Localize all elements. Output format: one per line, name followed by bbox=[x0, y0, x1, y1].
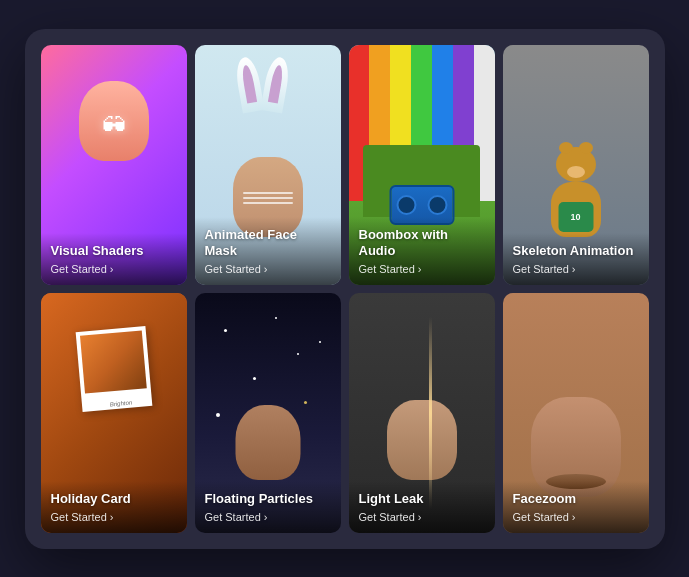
particle-1 bbox=[224, 329, 227, 332]
get-started-link[interactable]: Get Started › bbox=[205, 263, 331, 275]
bear-illustration: 10 bbox=[551, 147, 601, 237]
get-started-link[interactable]: Get Started › bbox=[513, 263, 639, 275]
polaroid-photo bbox=[79, 330, 146, 393]
leak-face bbox=[387, 400, 457, 480]
item-overlay: Animated Face Mask Get Started › bbox=[195, 217, 341, 284]
item-overlay: Holiday Card Get Started › bbox=[41, 481, 187, 533]
item-title: Boombox with Audio bbox=[359, 227, 485, 258]
get-started-link[interactable]: Get Started › bbox=[513, 511, 639, 523]
floating-particles-item[interactable]: Floating Particles Get Started › bbox=[195, 293, 341, 533]
get-started-link[interactable]: Get Started › bbox=[51, 511, 177, 523]
cta-text: Get Started bbox=[513, 263, 569, 275]
light-leak-item[interactable]: Light Leak Get Started › bbox=[349, 293, 495, 533]
holiday-card-item[interactable]: Brighton Holiday Card Get Started › bbox=[41, 293, 187, 533]
item-title: Holiday Card bbox=[51, 491, 177, 507]
facezoom-item[interactable]: Facezoom Get Started › bbox=[503, 293, 649, 533]
item-overlay: Boombox with Audio Get Started › bbox=[349, 217, 495, 284]
get-started-link[interactable]: Get Started › bbox=[205, 511, 331, 523]
item-overlay: Skeleton Animation Get Started › bbox=[503, 233, 649, 285]
item-title: Animated Face Mask bbox=[205, 227, 331, 258]
bunny-ear-inner-right bbox=[267, 64, 283, 103]
arrow-icon: › bbox=[418, 263, 422, 275]
face-lines bbox=[233, 189, 303, 207]
visual-shaders-item[interactable]: 🕶 Visual Shaders Get Started › bbox=[41, 45, 187, 285]
item-title: Light Leak bbox=[359, 491, 485, 507]
particle-6 bbox=[319, 341, 321, 343]
particles-face bbox=[235, 405, 300, 480]
bear-shirt: 10 bbox=[558, 202, 593, 232]
animated-face-mask-item[interactable]: Animated Face Mask Get Started › bbox=[195, 45, 341, 285]
cta-text: Get Started bbox=[205, 263, 261, 275]
item-overlay: Floating Particles Get Started › bbox=[195, 481, 341, 533]
particle-5 bbox=[216, 413, 220, 417]
item-title: Facezoom bbox=[513, 491, 639, 507]
polaroid-frame: Brighton bbox=[75, 326, 152, 412]
cta-text: Get Started bbox=[359, 511, 415, 523]
particle-2 bbox=[297, 353, 299, 355]
item-title: Visual Shaders bbox=[51, 243, 177, 259]
arrow-icon: › bbox=[572, 511, 576, 523]
arrow-icon: › bbox=[264, 263, 268, 275]
boombox-audio-item[interactable]: Boombox with Audio Get Started › bbox=[349, 45, 495, 285]
bear-head bbox=[556, 147, 596, 182]
skeleton-animation-item[interactable]: 10 Skeleton Animation Get Started › bbox=[503, 45, 649, 285]
cta-text: Get Started bbox=[359, 263, 415, 275]
item-overlay: Light Leak Get Started › bbox=[349, 481, 495, 533]
bear-body: 10 bbox=[551, 182, 601, 237]
arrow-icon: › bbox=[110, 263, 114, 275]
particle-4 bbox=[275, 317, 277, 319]
arrow-icon: › bbox=[418, 511, 422, 523]
get-started-link[interactable]: Get Started › bbox=[51, 263, 177, 275]
item-title: Floating Particles bbox=[205, 491, 331, 507]
bear-snout bbox=[567, 166, 585, 178]
arrow-icon: › bbox=[572, 263, 576, 275]
arrow-icon: › bbox=[264, 511, 268, 523]
bear-number: 10 bbox=[570, 212, 580, 222]
item-overlay: Visual Shaders Get Started › bbox=[41, 233, 187, 285]
get-started-link[interactable]: Get Started › bbox=[359, 263, 485, 275]
gallery-card: 🕶 Visual Shaders Get Started › bbox=[25, 29, 665, 549]
bear-ear-left bbox=[559, 142, 573, 154]
cta-text: Get Started bbox=[205, 511, 261, 523]
bunny-ear-inner bbox=[241, 64, 257, 103]
item-overlay: Facezoom Get Started › bbox=[503, 481, 649, 533]
particle-3 bbox=[253, 377, 256, 380]
effects-grid: 🕶 Visual Shaders Get Started › bbox=[41, 45, 649, 533]
cta-text: Get Started bbox=[513, 511, 569, 523]
face-line-3 bbox=[243, 202, 293, 204]
glasses-overlay: 🕶 bbox=[102, 112, 126, 140]
item-title: Skeleton Animation bbox=[513, 243, 639, 259]
cta-text: Get Started bbox=[51, 511, 107, 523]
face-line-1 bbox=[243, 192, 293, 194]
bear-ear-right bbox=[579, 142, 593, 154]
cta-text: Get Started bbox=[51, 263, 107, 275]
particle-7 bbox=[304, 401, 307, 404]
arrow-icon: › bbox=[110, 511, 114, 523]
face-line-2 bbox=[243, 197, 293, 199]
get-started-link[interactable]: Get Started › bbox=[359, 511, 485, 523]
